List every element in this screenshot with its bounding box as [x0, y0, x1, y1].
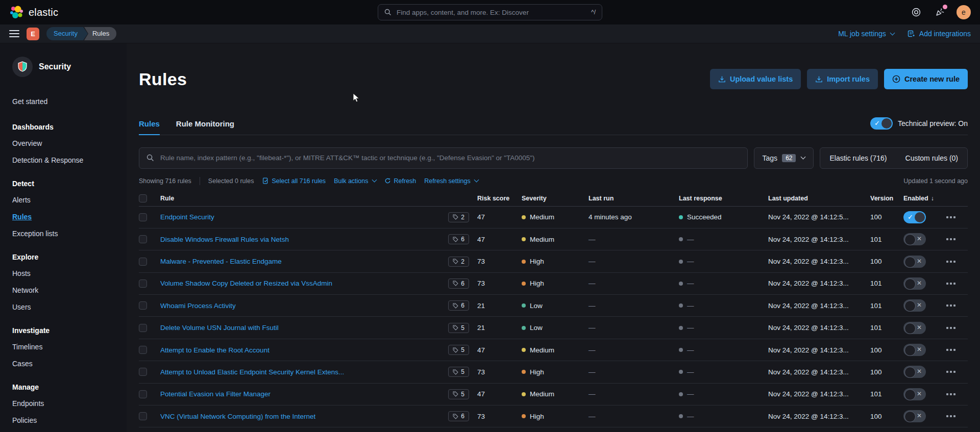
refresh-button[interactable]: Refresh — [384, 177, 416, 185]
enabled-toggle[interactable] — [903, 299, 926, 312]
rule-tags-badge[interactable]: 5 — [448, 389, 469, 399]
row-actions-icon[interactable] — [944, 236, 958, 242]
enabled-toggle[interactable] — [903, 256, 926, 268]
row-actions-icon[interactable] — [944, 325, 958, 331]
rule-link[interactable]: Potential Evasion via Filter Manager — [160, 390, 271, 398]
elastic-brand[interactable]: elastic — [9, 5, 58, 19]
help-icon[interactable] — [910, 6, 923, 19]
rule-link[interactable]: Disable Windows Firewall Rules via Netsh — [160, 236, 289, 243]
upload-value-lists-button[interactable]: Upload value lists — [710, 69, 801, 89]
sidebar-item-timelines[interactable]: Timelines — [12, 343, 127, 351]
rule-tags-badge[interactable]: 6 — [448, 234, 469, 244]
sidebar-item-get-started[interactable]: Get started — [12, 97, 127, 106]
enabled-toggle[interactable] — [903, 233, 926, 245]
user-avatar[interactable]: e — [957, 5, 971, 19]
row-checkbox[interactable] — [139, 368, 147, 376]
row-checkbox[interactable] — [139, 213, 147, 221]
enabled-toggle[interactable] — [903, 366, 926, 378]
row-checkbox[interactable] — [139, 279, 147, 288]
sidebar-item-alerts[interactable]: Alerts — [12, 196, 127, 204]
brand-text: elastic — [29, 7, 58, 18]
row-checkbox[interactable] — [139, 324, 147, 332]
row-actions-icon[interactable] — [944, 302, 958, 309]
enabled-toggle[interactable] — [903, 344, 926, 356]
row-actions-icon[interactable] — [944, 214, 958, 220]
sidebar-item-exception-lists[interactable]: Exception lists — [12, 230, 127, 238]
row-checkbox[interactable] — [139, 301, 147, 310]
sidebar-item-cases[interactable]: Cases — [12, 360, 127, 368]
rule-tags-badge[interactable]: 5 — [448, 345, 469, 355]
global-search[interactable]: ^/ — [378, 4, 602, 20]
rule-tags-badge[interactable]: 6 — [448, 300, 469, 311]
row-actions-icon[interactable] — [944, 413, 958, 419]
sidebar-item-endpoints[interactable]: Endpoints — [12, 399, 127, 408]
sidebar-item-overview[interactable]: Overview — [12, 139, 127, 147]
enabled-toggle[interactable] — [903, 388, 926, 400]
enabled-toggle[interactable] — [903, 410, 926, 422]
last-response-label: — — [687, 346, 694, 354]
rule-link[interactable]: Malware - Prevented - Elastic Endgame — [160, 258, 282, 265]
tags-filter-button[interactable]: Tags 62 — [754, 147, 814, 169]
enabled-toggle[interactable] — [903, 322, 926, 334]
bulk-actions-menu[interactable]: Bulk actions — [334, 177, 376, 185]
tab-rules[interactable]: Rules — [139, 119, 160, 135]
row-checkbox[interactable] — [139, 346, 147, 354]
table-row: Disable Windows Firewall Rules via Netsh… — [139, 228, 968, 250]
row-checkbox[interactable] — [139, 235, 147, 243]
rule-link[interactable]: Endpoint Security — [160, 213, 214, 221]
breadcrumb-security[interactable]: Security — [46, 27, 88, 40]
sidebar-item-policies[interactable]: Policies — [12, 416, 127, 424]
rule-tags-badge[interactable]: 6 — [448, 278, 469, 289]
custom-rules-filter[interactable]: Custom rules (0) — [896, 148, 967, 168]
tab-rule-monitoring[interactable]: Rule Monitoring — [176, 119, 234, 135]
rule-link[interactable]: Attempt to Enable the Root Account — [160, 346, 270, 354]
rule-tags-badge[interactable]: 5 — [448, 367, 469, 377]
rule-link[interactable]: Whoami Process Activity — [160, 302, 236, 310]
rule-link[interactable]: Attempt to Unload Elastic Endpoint Secur… — [160, 368, 344, 376]
column-enabled-sort[interactable]: Enabled — [903, 195, 944, 202]
rule-tags-badge[interactable]: 6 — [448, 411, 469, 421]
global-search-input[interactable] — [396, 8, 587, 17]
last-response-dot — [679, 414, 683, 418]
row-actions-icon[interactable] — [944, 391, 958, 397]
rule-link[interactable]: Delete Volume USN Journal with Fsutil — [160, 324, 279, 332]
add-integrations-link[interactable]: Add integrations — [908, 30, 971, 38]
row-checkbox[interactable] — [139, 390, 147, 398]
enabled-toggle[interactable] — [903, 211, 926, 223]
rule-tags-badge[interactable]: 2 — [448, 257, 469, 267]
row-checkbox[interactable] — [139, 412, 147, 420]
newsfeed-icon[interactable] — [933, 6, 946, 19]
elastic-rules-filter[interactable]: Elastic rules (716) — [820, 148, 896, 168]
row-actions-icon[interactable] — [944, 347, 958, 353]
row-actions-icon[interactable] — [944, 259, 958, 265]
sidebar-item-detection-response[interactable]: Detection & Response — [12, 156, 127, 164]
rule-link[interactable]: Volume Shadow Copy Deleted or Resized vi… — [160, 279, 332, 287]
severity-dot — [522, 348, 526, 352]
select-all-checkbox[interactable] — [139, 194, 147, 202]
row-actions-icon[interactable] — [944, 369, 958, 375]
technical-preview-toggle[interactable] — [870, 117, 893, 130]
rule-tags-badge[interactable]: 2 — [448, 212, 469, 222]
space-badge[interactable]: E — [27, 28, 39, 40]
import-rules-button[interactable]: Import rules — [807, 69, 878, 89]
refresh-settings-menu[interactable]: Refresh settings — [424, 177, 478, 185]
row-actions-icon[interactable] — [944, 281, 958, 287]
rule-link[interactable]: VNC (Virtual Network Computing) from the… — [160, 413, 315, 420]
version: 100 — [870, 413, 903, 420]
sidebar-item-hosts[interactable]: Hosts — [12, 269, 127, 277]
sidebar-item-network[interactable]: Network — [12, 286, 127, 294]
select-all-rules-link[interactable]: Select all 716 rules — [262, 177, 326, 185]
rule-tags-badge[interactable]: 5 — [448, 323, 469, 333]
rules-search[interactable] — [139, 147, 748, 169]
rules-search-input[interactable] — [159, 154, 740, 162]
ml-job-settings-link[interactable]: ML job settings — [838, 30, 894, 38]
last-updated: Nov 24, 2022 @ 14:12:3... — [768, 413, 870, 420]
enabled-toggle[interactable] — [903, 277, 926, 290]
sidebar-item-users[interactable]: Users — [12, 303, 127, 311]
menu-icon[interactable] — [9, 30, 19, 37]
sidebar-item-rules[interactable]: Rules — [12, 213, 127, 221]
row-checkbox[interactable] — [139, 258, 147, 266]
column-severity: Severity — [522, 195, 589, 202]
create-new-rule-button[interactable]: Create new rule — [884, 69, 968, 89]
last-response-dot — [679, 348, 683, 352]
